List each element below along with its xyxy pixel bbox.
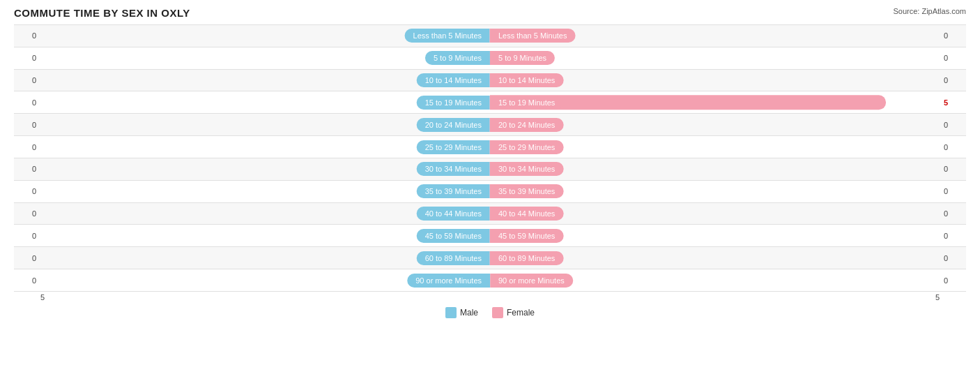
- male-swatch: [445, 307, 457, 318]
- bar-area: 30 to 34 Minutes30 to 34 Minutes: [40, 158, 940, 180]
- chart-row: 040 to 44 Minutes40 to 44 Minutes0: [14, 202, 966, 225]
- legend-area: Male Female: [14, 306, 966, 320]
- label-combined: 5 to 9 Minutes5 to 9 Minutes: [425, 51, 555, 65]
- female-value: 0: [940, 209, 966, 218]
- label-pill: Less than 5 MinutesLess than 5 Minutes: [405, 29, 576, 43]
- female-value: 0: [940, 31, 966, 40]
- female-bar: [490, 95, 886, 110]
- male-value: 0: [14, 254, 40, 262]
- bar-area: 90 or more Minutes90 or more Minutes: [40, 269, 940, 291]
- female-value: 0: [940, 254, 966, 262]
- chart-source: Source: ZipAtlas.com: [893, 7, 966, 15]
- bar-area: 10 to 14 Minutes10 to 14 Minutes: [40, 70, 940, 91]
- label-pill: 10 to 14 Minutes10 to 14 Minutes: [417, 73, 564, 87]
- chart-title: COMMUTE TIME BY SEX IN OXLY: [14, 7, 190, 19]
- bar-area: 20 to 24 Minutes20 to 24 Minutes: [40, 114, 940, 135]
- chart-row: 020 to 24 Minutes20 to 24 Minutes0: [14, 113, 966, 135]
- female-value: 5: [940, 98, 966, 107]
- chart-row: 035 to 39 Minutes35 to 39 Minutes0: [14, 180, 966, 202]
- female-swatch: [492, 307, 503, 318]
- label-combined: 45 to 59 Minutes45 to 59 Minutes: [417, 229, 564, 243]
- bar-area: 25 to 29 Minutes25 to 29 Minutes: [40, 136, 940, 158]
- bar-area: 60 to 89 Minutes60 to 89 Minutes: [40, 247, 940, 269]
- chart-container: COMMUTE TIME BY SEX IN OXLY Source: ZipA…: [0, 0, 980, 365]
- label-pill: 45 to 59 Minutes45 to 59 Minutes: [417, 229, 564, 243]
- bar-area: 15 to 19 Minutes15 to 19 Minutes: [40, 91, 940, 113]
- bar-area: Less than 5 MinutesLess than 5 Minutes: [40, 25, 940, 47]
- male-value: 0: [14, 209, 40, 218]
- label-pill: 60 to 89 Minutes60 to 89 Minutes: [417, 251, 564, 265]
- bar-area: 35 to 39 Minutes35 to 39 Minutes: [40, 181, 940, 202]
- chart-row: 015 to 19 Minutes15 to 19 Minutes5: [14, 91, 966, 113]
- chart-row: 045 to 59 Minutes45 to 59 Minutes0: [14, 224, 966, 246]
- label-pill: 40 to 44 Minutes40 to 44 Minutes: [417, 207, 564, 221]
- label-combined: 20 to 24 Minutes20 to 24 Minutes: [417, 118, 564, 132]
- label-combined: 30 to 34 Minutes30 to 34 Minutes: [417, 162, 564, 176]
- female-value: 0: [940, 165, 966, 173]
- chart-row: 05 to 9 Minutes5 to 9 Minutes0: [14, 47, 966, 69]
- bar-area: 45 to 59 Minutes45 to 59 Minutes: [40, 225, 940, 246]
- legend-male: Male: [445, 307, 478, 318]
- chart-body: 0Less than 5 MinutesLess than 5 Minutes0…: [14, 24, 966, 313]
- label-combined: 35 to 39 Minutes35 to 39 Minutes: [417, 184, 564, 198]
- chart-row: 090 or more Minutes90 or more Minutes0: [14, 269, 966, 292]
- female-value: 0: [940, 143, 966, 151]
- label-combined: 25 to 29 Minutes25 to 29 Minutes: [417, 140, 564, 154]
- female-value: 0: [940, 121, 966, 129]
- chart-row: 030 to 34 Minutes30 to 34 Minutes0: [14, 158, 966, 180]
- bar-area: 40 to 44 Minutes40 to 44 Minutes: [40, 203, 940, 225]
- male-value: 0: [14, 165, 40, 173]
- male-label: Male: [460, 308, 478, 318]
- female-value: 0: [940, 187, 966, 195]
- label-combined: 90 or more Minutes90 or more Minutes: [407, 274, 573, 288]
- male-value: 0: [14, 76, 40, 84]
- label-pill: 20 to 24 Minutes20 to 24 Minutes: [417, 118, 564, 132]
- male-value: 0: [14, 143, 40, 151]
- male-value: 0: [14, 31, 40, 40]
- female-value: 0: [940, 232, 966, 240]
- rows-area: 0Less than 5 MinutesLess than 5 Minutes0…: [14, 24, 966, 292]
- male-value: 0: [14, 187, 40, 195]
- chart-row: 025 to 29 Minutes25 to 29 Minutes0: [14, 135, 966, 158]
- male-value: 0: [14, 98, 40, 107]
- chart-row: 0Less than 5 MinutesLess than 5 Minutes0: [14, 24, 966, 47]
- axis-left-label: 5: [40, 293, 45, 301]
- male-value: 0: [14, 121, 40, 129]
- chart-row: 010 to 14 Minutes10 to 14 Minutes0: [14, 69, 966, 91]
- axis-bottom: 5 5: [14, 292, 966, 303]
- legend-female: Female: [492, 307, 535, 318]
- male-value: 0: [14, 232, 40, 240]
- axis-right-label: 5: [935, 293, 940, 301]
- label-pill: 30 to 34 Minutes30 to 34 Minutes: [417, 162, 564, 176]
- female-label: Female: [507, 308, 535, 318]
- female-value: 0: [940, 54, 966, 62]
- label-combined: 40 to 44 Minutes40 to 44 Minutes: [417, 207, 564, 221]
- label-combined: 60 to 89 Minutes60 to 89 Minutes: [417, 251, 564, 265]
- label-pill: 5 to 9 Minutes5 to 9 Minutes: [425, 51, 555, 65]
- label-combined: 10 to 14 Minutes10 to 14 Minutes: [417, 73, 564, 87]
- label-combined: Less than 5 MinutesLess than 5 Minutes: [405, 29, 576, 43]
- label-pill: 90 or more Minutes90 or more Minutes: [407, 274, 573, 288]
- male-value: 0: [14, 54, 40, 62]
- female-value: 0: [940, 276, 966, 285]
- chart-header: COMMUTE TIME BY SEX IN OXLY Source: ZipA…: [14, 7, 966, 19]
- female-value: 0: [940, 76, 966, 84]
- bar-area: 5 to 9 Minutes5 to 9 Minutes: [40, 47, 940, 69]
- chart-row: 060 to 89 Minutes60 to 89 Minutes0: [14, 246, 966, 269]
- label-pill: 35 to 39 Minutes35 to 39 Minutes: [417, 184, 564, 198]
- male-value: 0: [14, 276, 40, 285]
- label-pill: 25 to 29 Minutes25 to 29 Minutes: [417, 140, 564, 154]
